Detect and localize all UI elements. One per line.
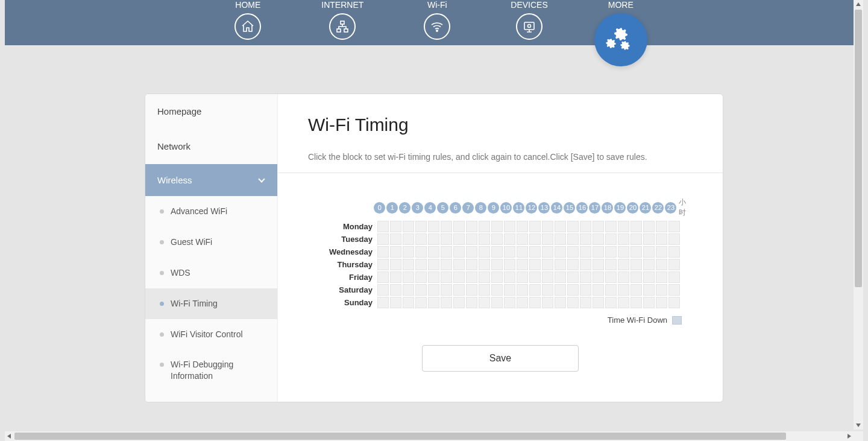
timing-cell[interactable] — [605, 221, 617, 232]
scroll-left-arrow-icon[interactable] — [7, 434, 11, 439]
timing-cell[interactable] — [377, 297, 389, 308]
timing-cell[interactable] — [567, 284, 579, 296]
timing-cell[interactable] — [390, 271, 401, 283]
timing-cell[interactable] — [441, 246, 452, 258]
timing-cell[interactable] — [542, 284, 553, 296]
horizontal-scrollbar[interactable] — [5, 431, 854, 441]
timing-cell[interactable] — [403, 271, 414, 283]
scroll-right-arrow-icon[interactable] — [848, 434, 851, 439]
timing-cell[interactable] — [567, 246, 579, 258]
sidebar-item-wifi-timing[interactable]: Wi-Fi Timing — [145, 288, 277, 319]
timing-cell[interactable] — [605, 271, 617, 283]
timing-cell[interactable] — [555, 297, 566, 308]
timing-cell[interactable] — [656, 233, 667, 245]
timing-cell[interactable] — [415, 284, 427, 296]
timing-cell[interactable] — [668, 233, 680, 245]
timing-cell[interactable] — [453, 271, 465, 283]
timing-cell[interactable] — [390, 221, 401, 232]
timing-cell[interactable] — [453, 259, 465, 270]
timing-cell[interactable] — [491, 271, 503, 283]
sidebar-item-visitor-control[interactable]: WiFi Visitor Control — [145, 319, 277, 350]
timing-cell[interactable] — [656, 271, 667, 283]
timing-cell[interactable] — [466, 297, 477, 308]
timing-cell[interactable] — [668, 271, 680, 283]
timing-cell[interactable] — [491, 259, 503, 270]
timing-cell[interactable] — [428, 246, 439, 258]
timing-cell[interactable] — [390, 284, 401, 296]
timing-cell[interactable] — [390, 233, 401, 245]
timing-cell[interactable] — [555, 221, 566, 232]
timing-cell[interactable] — [567, 259, 579, 270]
timing-cell[interactable] — [656, 246, 667, 258]
timing-cell[interactable] — [390, 246, 401, 258]
timing-cell[interactable] — [631, 284, 642, 296]
timing-cell[interactable] — [593, 221, 604, 232]
timing-cell[interactable] — [403, 221, 414, 232]
timing-cell[interactable] — [580, 221, 591, 232]
timing-cell[interactable] — [377, 233, 389, 245]
timing-cell[interactable] — [479, 297, 490, 308]
timing-cell[interactable] — [377, 246, 389, 258]
timing-cell[interactable] — [656, 284, 667, 296]
timing-cell[interactable] — [567, 233, 579, 245]
timing-cell[interactable] — [415, 221, 427, 232]
timing-cell[interactable] — [479, 246, 490, 258]
timing-cell[interactable] — [390, 297, 401, 308]
sidebar-item-wds[interactable]: WDS — [145, 258, 277, 288]
timing-cell[interactable] — [504, 284, 515, 296]
timing-cell[interactable] — [668, 297, 680, 308]
timing-cell[interactable] — [504, 221, 515, 232]
timing-cell[interactable] — [491, 246, 503, 258]
timing-cell[interactable] — [542, 271, 553, 283]
timing-cell[interactable] — [542, 297, 553, 308]
timing-cell[interactable] — [466, 259, 477, 270]
timing-cell[interactable] — [643, 246, 655, 258]
timing-cell[interactable] — [605, 233, 617, 245]
timing-cell[interactable] — [643, 297, 655, 308]
timing-cell[interactable] — [529, 271, 541, 283]
timing-cell[interactable] — [618, 233, 629, 245]
timing-cell[interactable] — [529, 233, 541, 245]
timing-cell[interactable] — [377, 259, 389, 270]
timing-cell[interactable] — [567, 271, 579, 283]
timing-cell[interactable] — [441, 284, 452, 296]
timing-cell[interactable] — [479, 271, 490, 283]
timing-cell[interactable] — [403, 259, 414, 270]
timing-cell[interactable] — [377, 221, 389, 232]
timing-cell[interactable] — [377, 271, 389, 283]
timing-cell[interactable] — [555, 246, 566, 258]
timing-cell[interactable] — [466, 221, 477, 232]
timing-cell[interactable] — [517, 259, 528, 270]
timing-cell[interactable] — [593, 246, 604, 258]
sidebar-item-advanced-wifi[interactable]: Advanced WiFi — [145, 196, 277, 227]
timing-cell[interactable] — [618, 246, 629, 258]
timing-cell[interactable] — [453, 284, 465, 296]
timing-cell[interactable] — [529, 221, 541, 232]
timing-cell[interactable] — [542, 221, 553, 232]
timing-cell[interactable] — [453, 246, 465, 258]
timing-cell[interactable] — [529, 297, 541, 308]
timing-cell[interactable] — [631, 221, 642, 232]
timing-cell[interactable] — [415, 246, 427, 258]
timing-cell[interactable] — [631, 259, 642, 270]
timing-cell[interactable] — [441, 259, 452, 270]
timing-cell[interactable] — [428, 233, 439, 245]
timing-cell[interactable] — [491, 284, 503, 296]
timing-cell[interactable] — [593, 233, 604, 245]
timing-cell[interactable] — [643, 259, 655, 270]
nav-home[interactable]: HOME — [234, 0, 261, 40]
timing-cell[interactable] — [580, 284, 591, 296]
timing-cell[interactable] — [479, 284, 490, 296]
timing-cell[interactable] — [403, 233, 414, 245]
timing-cell[interactable] — [631, 297, 642, 308]
timing-cell[interactable] — [643, 284, 655, 296]
sidebar-network[interactable]: Network — [145, 129, 277, 164]
timing-cell[interactable] — [517, 221, 528, 232]
timing-cell[interactable] — [453, 221, 465, 232]
timing-cell[interactable] — [656, 259, 667, 270]
timing-cell[interactable] — [415, 233, 427, 245]
timing-cell[interactable] — [668, 221, 680, 232]
timing-cell[interactable] — [479, 221, 490, 232]
timing-cell[interactable] — [643, 271, 655, 283]
nav-more[interactable]: MORE — [608, 0, 634, 10]
